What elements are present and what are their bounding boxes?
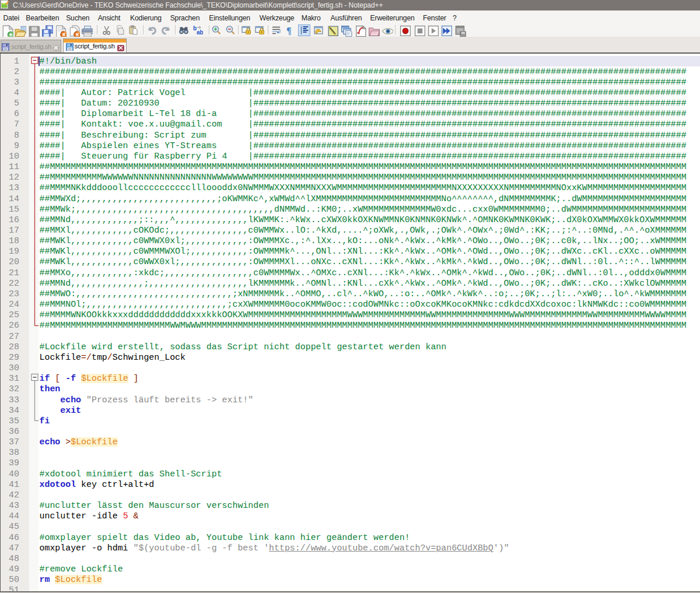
svg-text:ab: ab <box>197 29 203 36</box>
svg-text:¶: ¶ <box>286 26 292 36</box>
